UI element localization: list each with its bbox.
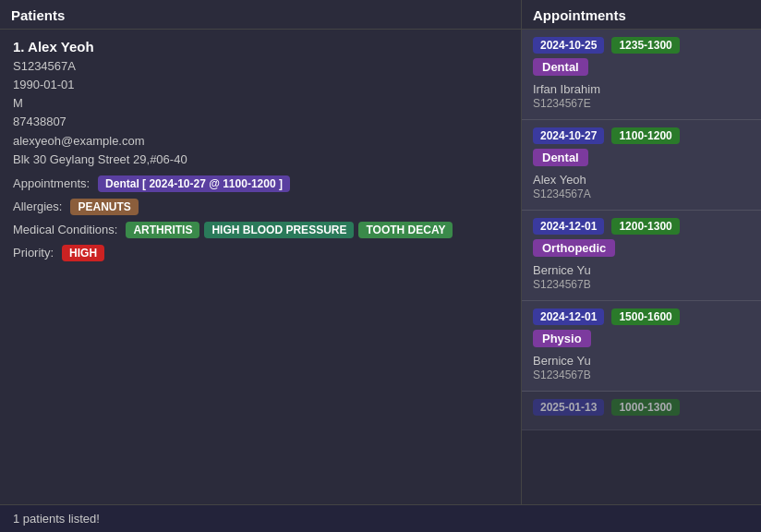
appointment-card: 2024-10-25 1235-1300 Dental Irfan Ibrahi… xyxy=(522,30,761,120)
status-text: 1 patients listed! xyxy=(13,512,100,526)
appt-type-badge: Orthopedic xyxy=(533,239,615,257)
appt-time: 1100-1200 xyxy=(611,127,679,144)
appt-id: S1234567E xyxy=(533,97,750,110)
appointments-panel-title: Appointments xyxy=(522,0,761,30)
appt-header: 2024-10-27 1100-1200 xyxy=(533,127,750,144)
appt-time: 1000-1300 xyxy=(611,399,679,416)
appt-id: S1234567B xyxy=(533,278,750,291)
appt-date: 2024-10-25 xyxy=(533,37,604,54)
appt-date: 2024-12-01 xyxy=(533,218,604,235)
appt-date: 2024-12-01 xyxy=(533,308,604,325)
appt-person: Alex Yeoh xyxy=(533,173,750,187)
status-bar: 1 patients listed! xyxy=(0,504,761,532)
patient-appointments-row: Appointments: Dental [ 2024-10-27 @ 1100… xyxy=(13,175,508,192)
appointments-list: 2024-10-25 1235-1300 Dental Irfan Ibrahi… xyxy=(522,30,761,504)
patient-conditions-row: Medical Conditions: ARTHRITIS HIGH BLOOD… xyxy=(13,222,508,238)
appt-time: 1500-1600 xyxy=(611,308,679,325)
appointments-label: Appointments: xyxy=(13,176,90,190)
appt-type-badge: Physio xyxy=(533,330,591,347)
appt-header: 2024-10-25 1235-1300 xyxy=(533,37,750,54)
appointment-card: 2024-12-01 1500-1600 Physio Bernice Yu S… xyxy=(522,301,761,392)
conditions-label: Medical Conditions: xyxy=(13,223,117,236)
condition-badge-hbp: HIGH BLOOD PRESSURE xyxy=(204,222,354,238)
appointment-card: 2024-12-01 1200-1300 Orthopedic Bernice … xyxy=(522,211,761,301)
appt-date: 2025-01-13 xyxy=(533,399,604,416)
appointments-panel: Appointments 2024-10-25 1235-1300 Dental… xyxy=(522,0,761,504)
appt-type-badge: Dental xyxy=(533,149,588,166)
appointment-card: 2025-01-13 1000-1300 xyxy=(522,392,761,430)
appt-header: 2024-12-01 1200-1300 xyxy=(533,218,750,235)
appt-person: Bernice Yu xyxy=(533,354,750,368)
appointment-card: 2024-10-27 1100-1200 Dental Alex Yeoh S1… xyxy=(522,120,761,211)
priority-badge: HIGH xyxy=(62,245,104,261)
patient-email: alexyeoh@example.com xyxy=(13,132,508,151)
patients-panel: Patients 1. Alex Yeoh S1234567A 1990-01-… xyxy=(0,0,522,504)
patient-phone: 87438807 xyxy=(13,113,508,131)
appt-id: S1234567A xyxy=(533,187,750,200)
appt-id: S1234567B xyxy=(533,369,750,381)
patient-address: Blk 30 Geylang Street 29,#06-40 xyxy=(13,151,508,169)
priority-label: Priority: xyxy=(13,246,54,260)
appt-date: 2024-10-27 xyxy=(533,127,604,144)
patient-gender: M xyxy=(13,94,508,113)
allergy-badge-peanuts: PEANUTS xyxy=(70,199,138,215)
condition-badge-tooth: TOOTH DECAY xyxy=(358,222,453,238)
patient-dob: 1990-01-01 xyxy=(13,76,508,94)
appt-person: Irfan Ibrahim xyxy=(533,82,750,96)
appt-time: 1200-1300 xyxy=(611,218,679,235)
patients-panel-title: Patients xyxy=(0,0,521,30)
appt-person: Bernice Yu xyxy=(533,263,750,277)
condition-badge-arthritis: ARTHRITIS xyxy=(126,222,199,238)
allergies-label: Allergies: xyxy=(13,200,62,213)
appointment-badge: Dental [ 2024-10-27 @ 1100-1200 ] xyxy=(98,175,290,192)
patient-name: 1. Alex Yeoh xyxy=(13,39,508,54)
patient-card: 1. Alex Yeoh S1234567A 1990-01-01 M 8743… xyxy=(0,30,521,504)
appt-time: 1235-1300 xyxy=(611,37,679,54)
patient-allergies-row: Allergies: PEANUTS xyxy=(13,199,508,215)
patient-priority-row: Priority: HIGH xyxy=(13,245,508,261)
appt-type-badge: Dental xyxy=(533,58,588,76)
patient-nric: S1234567A xyxy=(13,57,508,76)
appt-header: 2024-12-01 1500-1600 xyxy=(533,308,750,325)
